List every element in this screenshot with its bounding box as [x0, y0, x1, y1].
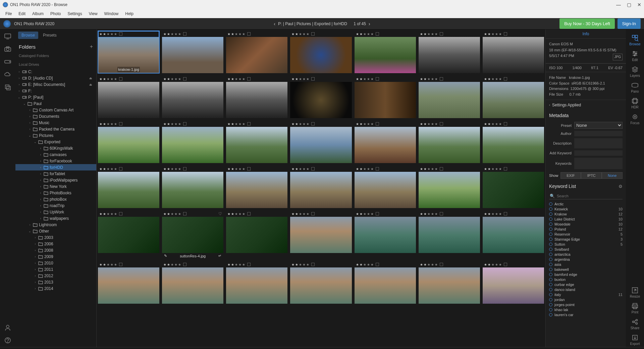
- star-icon[interactable]: ★: [114, 212, 117, 216]
- star-icon[interactable]: ★: [431, 167, 434, 171]
- tree-item[interactable]: ›F:: [15, 88, 96, 94]
- star-icon[interactable]: ★: [163, 77, 166, 81]
- thumb-checkbox[interactable]: [440, 167, 443, 170]
- star-icon[interactable]: ★: [238, 77, 241, 81]
- thumb-checkbox[interactable]: [504, 32, 507, 36]
- keyword-item[interactable]: antarctica: [549, 252, 623, 257]
- star-icon[interactable]: ★: [360, 263, 363, 266]
- keyword-item[interactable]: Sutton5: [549, 242, 623, 247]
- description-input[interactable]: [574, 138, 623, 148]
- tree-item[interactable]: ›forFacebook: [15, 158, 96, 164]
- star-icon[interactable]: ★: [227, 77, 230, 81]
- tool-resize[interactable]: Resize: [630, 285, 640, 300]
- star-icon[interactable]: ★: [495, 167, 498, 171]
- star-icon[interactable]: ★: [242, 77, 245, 81]
- thumb-checkbox[interactable]: [504, 77, 507, 81]
- star-icon[interactable]: ★: [238, 32, 241, 36]
- star-icon[interactable]: ★: [363, 122, 366, 126]
- star-icon[interactable]: ★: [424, 122, 427, 126]
- star-icon[interactable]: ★: [424, 212, 427, 216]
- thumbnail[interactable]: ★★★★★: [98, 261, 159, 304]
- tree-item[interactable]: ›wallpapers: [15, 215, 96, 221]
- thumbnail[interactable]: ★★★★★: [98, 121, 159, 163]
- star-icon[interactable]: ★: [178, 32, 181, 36]
- thumbnail[interactable]: ★★★★★: [162, 76, 223, 118]
- star-icon[interactable]: ★: [499, 122, 502, 126]
- star-icon[interactable]: ★: [371, 32, 374, 36]
- tree-item[interactable]: ›forHDD: [15, 164, 96, 170]
- breadcrumb-path[interactable]: P: | Paul | Pictures | Exported | forHDD: [278, 21, 347, 26]
- star-icon[interactable]: ★: [363, 263, 366, 266]
- star-icon[interactable]: ★: [242, 263, 245, 266]
- menu-photo[interactable]: Photo: [47, 10, 64, 17]
- thumb-checkbox[interactable]: [376, 77, 379, 81]
- star-icon[interactable]: ★: [103, 212, 106, 216]
- star-icon[interactable]: ★: [367, 263, 370, 266]
- thumb-checkbox[interactable]: [183, 32, 186, 36]
- thumbnail[interactable]: ★★★★★: [226, 211, 287, 259]
- star-icon[interactable]: ★: [107, 167, 110, 171]
- star-icon[interactable]: ★: [295, 167, 298, 171]
- thumbnail[interactable]: ★★★★★: [483, 31, 544, 73]
- star-icon[interactable]: ★: [231, 32, 234, 36]
- star-icon[interactable]: ★: [178, 122, 181, 126]
- star-icon[interactable]: ★: [110, 32, 113, 36]
- thumb-checkbox[interactable]: [119, 122, 122, 126]
- eject-icon[interactable]: ⏏: [89, 83, 92, 86]
- star-icon[interactable]: ★: [99, 77, 102, 81]
- star-icon[interactable]: ★: [103, 167, 106, 171]
- star-icon[interactable]: ★: [371, 212, 374, 216]
- star-icon[interactable]: ★: [424, 167, 427, 171]
- tree-item[interactable]: ›2008: [15, 247, 96, 253]
- add-folder-button[interactable]: +: [90, 44, 93, 50]
- author-input[interactable]: [574, 131, 623, 136]
- star-icon[interactable]: ★: [495, 32, 498, 36]
- thumbnail[interactable]: ★★★★★: [162, 261, 223, 304]
- tree-item[interactable]: ›Packed the Camera: [15, 126, 96, 132]
- thumbnail[interactable]: ★★★★★: [290, 211, 352, 259]
- star-icon[interactable]: ★: [356, 212, 359, 216]
- star-icon[interactable]: ★: [499, 212, 502, 216]
- star-icon[interactable]: ★: [420, 212, 423, 216]
- thumb-checkbox[interactable]: [311, 212, 315, 215]
- keyword-item[interactable]: Arctic: [549, 201, 623, 206]
- tab-presets[interactable]: Presets: [40, 32, 60, 39]
- star-icon[interactable]: ★: [163, 122, 166, 126]
- star-icon[interactable]: ★: [231, 122, 234, 126]
- thumb-checkbox[interactable]: [376, 122, 379, 126]
- thumbnail[interactable]: ★★★★★: [226, 121, 287, 163]
- keyword-circle-icon[interactable]: [549, 258, 552, 261]
- star-icon[interactable]: ★: [110, 167, 113, 171]
- tree-item[interactable]: ›C:: [15, 68, 96, 75]
- thumbnail[interactable]: ★★★★★: [226, 31, 287, 73]
- star-icon[interactable]: ★: [491, 77, 494, 81]
- thumb-checkbox[interactable]: [504, 122, 507, 126]
- menu-file[interactable]: File: [2, 10, 15, 17]
- star-icon[interactable]: ★: [295, 263, 298, 266]
- star-icon[interactable]: ★: [367, 167, 370, 171]
- keyword-item[interactable]: curbar edge: [549, 282, 623, 287]
- star-icon[interactable]: ★: [227, 263, 230, 266]
- star-icon[interactable]: ★: [371, 167, 374, 171]
- settings-applied-toggle[interactable]: ›Settings Applied: [546, 100, 626, 110]
- star-icon[interactable]: ★: [99, 122, 102, 126]
- star-icon[interactable]: ★: [114, 263, 117, 266]
- thumb-checkbox[interactable]: [504, 263, 507, 266]
- thumbnail[interactable]: ★★★★★: [355, 166, 416, 208]
- thumb-checkbox[interactable]: [376, 263, 379, 266]
- star-icon[interactable]: ★: [231, 167, 234, 171]
- star-icon[interactable]: ★: [235, 212, 238, 216]
- thumb-checkbox[interactable]: [247, 77, 251, 81]
- tree-item[interactable]: ⌄P: [Paul]: [15, 94, 96, 100]
- tree-item[interactable]: ›Music: [15, 119, 96, 126]
- star-icon[interactable]: ★: [171, 212, 174, 216]
- star-icon[interactable]: ★: [114, 122, 117, 126]
- tree-item[interactable]: ›photoBox: [15, 196, 96, 202]
- tree-item[interactable]: ›2006: [15, 241, 96, 247]
- star-icon[interactable]: ★: [484, 212, 487, 216]
- thumbnail[interactable]: ★★★★★: [226, 261, 287, 304]
- tree-item[interactable]: ⌄Other: [15, 228, 96, 234]
- star-icon[interactable]: ★: [178, 77, 181, 81]
- star-icon[interactable]: ★: [178, 167, 181, 171]
- star-icon[interactable]: ★: [107, 212, 110, 216]
